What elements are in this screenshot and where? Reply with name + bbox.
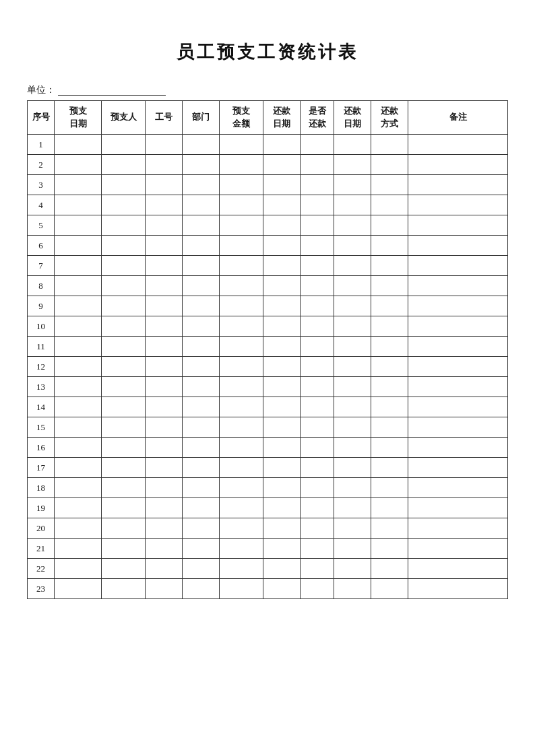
cell-row4-col10 (408, 195, 508, 215)
cell-row6-col3 (146, 236, 183, 256)
cell-row17-col6 (263, 458, 301, 478)
cell-seq: 21 (28, 539, 55, 559)
cell-row1-col8 (334, 135, 371, 155)
cell-row20-col3 (146, 518, 183, 539)
cell-row8-col1 (55, 276, 102, 296)
cell-row13-col5 (220, 377, 263, 397)
cell-row23-col7 (301, 579, 334, 599)
cell-row21-col2 (102, 539, 146, 559)
table-row: 10 (28, 316, 508, 337)
cell-row16-col4 (183, 438, 220, 458)
cell-row23-col1 (55, 579, 102, 599)
cell-row10-col9 (371, 316, 408, 337)
cell-row3-col3 (146, 175, 183, 195)
table-row: 17 (28, 458, 508, 478)
table-row: 21 (28, 539, 508, 559)
cell-seq: 2 (28, 155, 55, 175)
cell-row11-col2 (102, 337, 146, 357)
cell-row16-col7 (301, 438, 334, 458)
unit-value (58, 85, 166, 96)
cell-row11-col6 (263, 337, 301, 357)
cell-row20-col10 (408, 518, 508, 539)
cell-row14-col8 (334, 397, 371, 417)
cell-seq: 7 (28, 256, 55, 276)
cell-row13-col9 (371, 377, 408, 397)
cell-row14-col3 (146, 397, 183, 417)
cell-row2-col5 (220, 155, 263, 175)
table-row: 6 (28, 236, 508, 256)
cell-row15-col7 (301, 417, 334, 438)
col-header-whether-repaid: 是否还款 (301, 101, 334, 135)
cell-row20-col9 (371, 518, 408, 539)
cell-row17-col10 (408, 458, 508, 478)
cell-row21-col10 (408, 539, 508, 559)
cell-row19-col10 (408, 498, 508, 518)
cell-row10-col8 (334, 316, 371, 337)
cell-row3-col9 (371, 175, 408, 195)
col-header-person: 预支人 (102, 101, 146, 135)
cell-row17-col7 (301, 458, 334, 478)
table-row: 11 (28, 337, 508, 357)
table-row: 19 (28, 498, 508, 518)
table-row: 2 (28, 155, 508, 175)
cell-row20-col2 (102, 518, 146, 539)
cell-row9-col5 (220, 296, 263, 316)
table-header-row: 序号 预支日期 预支人 工号 部门 预支金额 还款日期 是否还款 还款日期 还款… (28, 101, 508, 135)
table-row: 20 (28, 518, 508, 539)
cell-row18-col7 (301, 478, 334, 498)
cell-row6-col5 (220, 236, 263, 256)
cell-row5-col1 (55, 215, 102, 236)
cell-row11-col1 (55, 337, 102, 357)
table-row: 9 (28, 296, 508, 316)
table-row: 23 (28, 579, 508, 599)
cell-row11-col7 (301, 337, 334, 357)
cell-row6-col7 (301, 236, 334, 256)
table-row: 15 (28, 417, 508, 438)
cell-row11-col5 (220, 337, 263, 357)
cell-row16-col8 (334, 438, 371, 458)
cell-row22-col9 (371, 559, 408, 579)
cell-row7-col9 (371, 256, 408, 276)
cell-row17-col3 (146, 458, 183, 478)
col-header-notes: 备注 (408, 101, 508, 135)
cell-row2-col10 (408, 155, 508, 175)
cell-row9-col8 (334, 296, 371, 316)
cell-row17-col5 (220, 458, 263, 478)
cell-row18-col2 (102, 478, 146, 498)
cell-row12-col1 (55, 357, 102, 377)
cell-row13-col1 (55, 377, 102, 397)
cell-row13-col2 (102, 377, 146, 397)
cell-row9-col7 (301, 296, 334, 316)
cell-row7-col5 (220, 256, 263, 276)
cell-row19-col3 (146, 498, 183, 518)
cell-row13-col10 (408, 377, 508, 397)
cell-row7-col10 (408, 256, 508, 276)
cell-row18-col8 (334, 478, 371, 498)
cell-row2-col3 (146, 155, 183, 175)
cell-row14-col6 (263, 397, 301, 417)
cell-seq: 14 (28, 397, 55, 417)
cell-row12-col9 (371, 357, 408, 377)
cell-row18-col6 (263, 478, 301, 498)
cell-row5-col8 (334, 215, 371, 236)
col-header-amount: 预支金额 (220, 101, 263, 135)
cell-seq: 17 (28, 458, 55, 478)
cell-row5-col2 (102, 215, 146, 236)
cell-row9-col1 (55, 296, 102, 316)
cell-row18-col5 (220, 478, 263, 498)
cell-row22-col6 (263, 559, 301, 579)
cell-row3-col4 (183, 175, 220, 195)
cell-row6-col6 (263, 236, 301, 256)
cell-row1-col5 (220, 135, 263, 155)
cell-row10-col2 (102, 316, 146, 337)
cell-row2-col7 (301, 155, 334, 175)
cell-row3-col10 (408, 175, 508, 195)
cell-seq: 15 (28, 417, 55, 438)
col-header-work-id: 工号 (146, 101, 183, 135)
cell-seq: 16 (28, 438, 55, 458)
cell-row22-col2 (102, 559, 146, 579)
cell-row20-col5 (220, 518, 263, 539)
cell-row8-col4 (183, 276, 220, 296)
unit-row: 单位： (27, 84, 508, 96)
cell-row23-col10 (408, 579, 508, 599)
